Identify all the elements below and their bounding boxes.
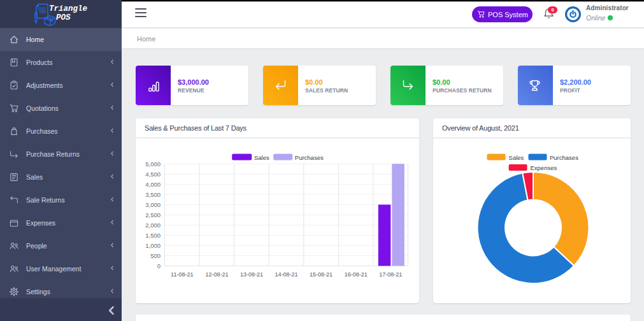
- svg-text:3,500: 3,500: [145, 191, 161, 198]
- svg-text:2,500: 2,500: [145, 211, 161, 218]
- svg-text:15-08-21: 15-08-21: [310, 271, 333, 278]
- svg-text:5,000: 5,000: [145, 160, 161, 168]
- svg-text:Purchases: Purchases: [550, 154, 578, 161]
- svg-text:14-08-21: 14-08-21: [275, 271, 297, 278]
- svg-text:Sales: Sales: [254, 154, 269, 161]
- svg-text:2,000: 2,000: [145, 222, 161, 229]
- svg-text:1,500: 1,500: [145, 232, 161, 239]
- svg-text:4,000: 4,000: [145, 181, 161, 188]
- svg-text:500: 500: [150, 252, 161, 259]
- svg-text:11-08-21: 11-08-21: [171, 271, 193, 278]
- svg-text:4,500: 4,500: [145, 171, 161, 178]
- svg-text:3,000: 3,000: [145, 201, 161, 208]
- svg-text:0: 0: [157, 262, 161, 269]
- svg-text:12-08-21: 12-08-21: [205, 271, 228, 278]
- svg-text:Expenses: Expenses: [531, 164, 557, 171]
- svg-text:Sales: Sales: [509, 154, 524, 161]
- svg-text:1,000: 1,000: [145, 242, 161, 249]
- svg-text:16-08-21: 16-08-21: [345, 271, 368, 278]
- svg-text:Purchases: Purchases: [295, 154, 324, 161]
- svg-text:17-08-21: 17-08-21: [379, 271, 402, 278]
- svg-text:13-08-21: 13-08-21: [240, 271, 263, 278]
